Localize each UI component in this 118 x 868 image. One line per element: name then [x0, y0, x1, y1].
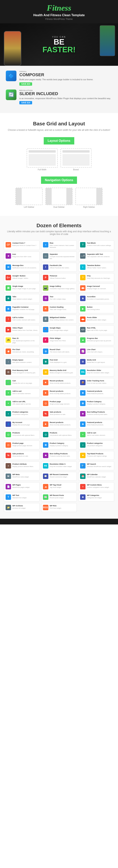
element-item[interactable]: ◻ProductsList products with optional fil…	[41, 430, 77, 439]
element-text: Line ChartLine chart with shapes.	[87, 348, 112, 353]
element-item[interactable]: ★Recent productsShow recently added prod…	[41, 378, 77, 387]
element-item[interactable]: ▶ButtonCall coming button.	[78, 304, 114, 313]
element-item[interactable]: 📍Google MapsShow Google Maps widget.	[41, 325, 77, 334]
element-name: Post Masonry Grid	[13, 369, 38, 372]
element-item[interactable]: ✉Message BoxNotification boxes for all o…	[4, 263, 40, 272]
element-item[interactable]: HCustom HeadingTitles with Google Fonts.	[41, 304, 77, 313]
element-item[interactable]: ★Recent productsShow recently added prod…	[41, 420, 77, 429]
element-item[interactable]: ⊡Masonry Media GridMedia arranged in a m…	[41, 368, 77, 376]
element-subdesc: WordPress calendar widget.	[87, 476, 112, 478]
element-subdesc: Main content element. Nest content eleme…	[50, 245, 75, 248]
element-item[interactable]: ⊡Post Masonry GridPosts arranged in a ma…	[4, 368, 40, 376]
element-item[interactable]: 📁WP ArchivesArchives list widget.	[4, 503, 40, 512]
element-item[interactable]: TWP TextStandard text widget.	[4, 493, 40, 501]
element-name: Product Category	[50, 442, 75, 444]
element-item[interactable]: 📄WP PagesWordPress pages widget.	[4, 482, 40, 491]
element-item[interactable]: RSSWP RSSRSS feed widget.	[41, 503, 77, 512]
element-item[interactable]: ≣AccordionAccordion of expandable panels…	[78, 294, 114, 303]
element-text: Product AttributeDisplay product attribu…	[13, 463, 38, 467]
element-item[interactable]: 👤My AccountDisplay the account page.	[4, 420, 40, 429]
element-item[interactable]: 📈Line ChartLine chart with shapes.	[78, 347, 114, 356]
element-subdesc: Single product page element.	[50, 403, 75, 405]
element-item[interactable]: R5Revolution Slider 5Drop the revolution…	[41, 461, 77, 470]
element-subdesc: Media files in a grid layout.	[87, 362, 112, 363]
element-item[interactable]: ◎Round ChartThin donut charts with label…	[41, 347, 77, 356]
element-item[interactable]: ◻Product pageSingle product page element…	[4, 440, 40, 450]
element-text: ProductsList products with optional filt…	[50, 432, 75, 436]
element-item[interactable]: ◀▶Image CarouselDisplay images as carous…	[78, 283, 114, 292]
element-item[interactable]: ⊛Featured productsShow featured products…	[78, 420, 114, 429]
element-item[interactable]: ★Recent productsShow recently added prod…	[41, 389, 77, 397]
element-item[interactable]: ◕Pie ChartAnimated pie charts, beautiful…	[4, 347, 40, 356]
element-item[interactable]: JSRaw JSUse JavaScript anywhere on the p…	[4, 336, 40, 345]
element-item[interactable]: ⊞Product CategoryDisplay a product categ…	[78, 399, 114, 408]
element-item[interactable]: 📰WP Recent PostsRecent posts widget.	[41, 493, 77, 501]
element-item[interactable]: 📦Order Tracking FormForm to look up orde…	[78, 378, 114, 387]
element-item[interactable]: ≡Product AttributeDisplay product attrib…	[4, 461, 40, 470]
element-item[interactable]: ⊞Post GridPosts displayed in a grid.	[41, 357, 77, 366]
element-item[interactable]: %Sale productsShow products on sale.	[41, 409, 77, 418]
element-item[interactable]: +Add to cartAdd to cart button element.	[4, 389, 40, 397]
elements-desc: Literally within minutes you can build c…	[4, 230, 114, 236]
element-item[interactable]: ▰Progress BarAnimated progress bars by p…	[78, 336, 114, 345]
element-icon: ◻	[43, 401, 48, 406]
element-item[interactable]: ⊡TourTour with multiple steps.	[41, 294, 77, 303]
element-item[interactable]: %Sale productsShow products on sale.	[4, 451, 40, 460]
element-item[interactable]: ★Top Rated ProductsProducts with highest…	[78, 451, 114, 460]
element-item[interactable]: ↕Empty SpaceAdd space between content.	[4, 357, 40, 366]
element-item[interactable]: ★IconDrag icons from 500+ icons.	[4, 251, 40, 261]
element-item[interactable]: 📷Image GalleryA beautiful responsive ima…	[41, 283, 77, 292]
element-text: WP Recent PostsRecent posts widget.	[50, 494, 75, 499]
element-item[interactable]: RSRevolution SliderDrop the revolution s…	[78, 368, 114, 376]
element-item[interactable]: ⊞Pageable ContainerPageable container fo…	[4, 304, 40, 313]
element-item[interactable]: CFContact Form 7Build your forms in Cont…	[4, 240, 40, 250]
element-item[interactable]: </>Raw HTMLInject raw HTML in your page.	[78, 325, 114, 334]
element-item[interactable]: ⊞TabsClean tabbed content widget.	[4, 294, 40, 303]
logo: Fitness	[2, 4, 116, 12]
nav-label-dual: Dual Sidebar	[45, 206, 73, 208]
element-item[interactable]: ◻Product pageSingle product page element…	[41, 399, 77, 408]
element-item[interactable]: ≡RowMain content element. Nest content e…	[41, 240, 77, 250]
element-text: PinterestOfficial Pinterest button.	[50, 275, 75, 279]
element-item[interactable]: ☰Widgetised SidebarDrop existing sidebar…	[41, 315, 77, 324]
element-item[interactable]: ⊞Product CategoryDisplay a product categ…	[41, 440, 77, 450]
element-item[interactable]: +Add to cart URLURL-based add to cart li…	[4, 399, 40, 408]
element-item[interactable]: !Call to ActionCall to action element wi…	[4, 315, 40, 324]
element-item[interactable]: ≡Product categoriesList product categori…	[4, 409, 40, 418]
element-item[interactable]: —TSeparator with TextThin separator with…	[78, 251, 114, 261]
element-subdesc: URL-based add to cart link.	[13, 403, 38, 405]
element-item[interactable]: —SeparatorA simple horizontal separator/…	[41, 251, 77, 261]
element-item[interactable]: fFacebook LikeOfficial Facebook like but…	[41, 263, 77, 272]
element-item[interactable]: ≡Product categoriesList product categori…	[78, 440, 114, 450]
element-item[interactable]: ▶Video PlayerEmbed videos from YouTube, …	[4, 325, 40, 334]
element-text: Video PlayerEmbed videos from YouTube, V…	[13, 327, 38, 331]
element-item[interactable]: 💬WP Recent CommentsRecent comments widge…	[41, 472, 77, 481]
element-item[interactable]: ⊛Best Selling ProductsProducts sorted by…	[41, 451, 77, 460]
element-name: Add to cart URL	[13, 401, 38, 403]
element-item[interactable]: MWP MetaWordPress meta widget.	[4, 472, 40, 481]
element-item[interactable]: 🛒CartDisplay the cart on any page.	[4, 378, 40, 387]
element-item[interactable]: ≡WP Custom MenuCustom navigation menu wi…	[78, 482, 114, 491]
element-icon: !	[6, 316, 11, 322]
element-item[interactable]: ⊟Media GridMedia files in a grid layout.	[78, 357, 114, 366]
element-item[interactable]: ?FAQEasy FAQ elements for SiteOrigin	[78, 273, 114, 282]
element-text: Add to cartAdd to cart button element.	[13, 390, 38, 395]
element-item[interactable]: +Add to cartAdd to cart button element.	[78, 430, 114, 439]
element-item[interactable]: ⊛Featured productsShow featured products…	[78, 389, 114, 397]
element-item[interactable]: 🖼Single ImageDrop a single image on your…	[4, 283, 40, 292]
element-text: Product categoriesList product categorie…	[87, 442, 112, 446]
element-item[interactable]: TText BlockA block of text with custom s…	[78, 240, 114, 250]
element-item[interactable]: PPinterestOfficial Pinterest button.	[41, 273, 77, 282]
element-item[interactable]: FFlickr WidgetImage feeds from Flickr.	[41, 336, 77, 345]
element-item[interactable]: ☁WP Tag CloudTag cloud widget.	[41, 482, 77, 491]
element-item[interactable]: ◀▶Posts SliderBeautiful posts slider wid…	[78, 315, 114, 324]
element-item[interactable]: tTweetme ButtonOfficial Twitter 'tweet' …	[78, 263, 114, 272]
element-item[interactable]: ⊛Best Selling ProductsProducts sorted by…	[78, 409, 114, 418]
element-item[interactable]: ◻ProductsList products with optional fil…	[4, 430, 40, 439]
element-item[interactable]: ≣WP CategoriesCategories list widget.	[78, 493, 114, 501]
element-item[interactable]: G+Google+ ButtonOfficial Google+ button.	[4, 273, 40, 282]
element-item[interactable]: 📅WP CalendarWordPress calendar widget.	[78, 472, 114, 481]
layout-label-fullwidth: Full Width	[27, 168, 57, 171]
element-item[interactable]: 🔍WP SearchStandard WordPress search widg…	[78, 461, 114, 470]
element-text: WP RSSRSS feed widget.	[50, 505, 75, 509]
